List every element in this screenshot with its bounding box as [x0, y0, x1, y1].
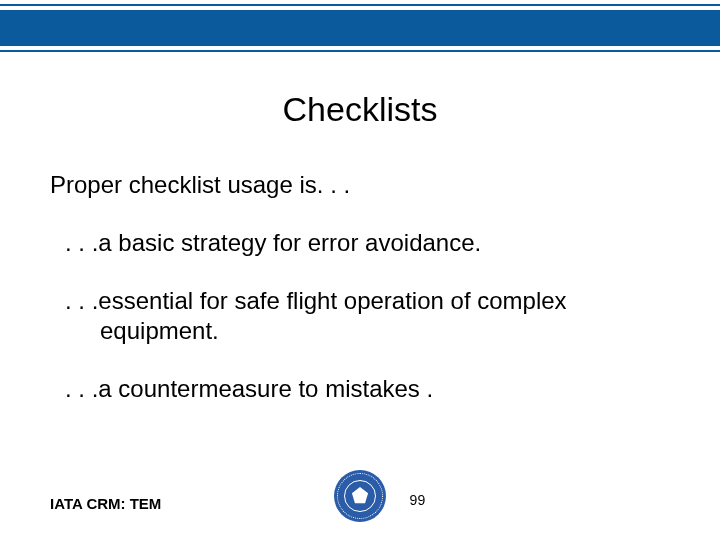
bullet-3: . . .a countermeasure to mistakes .: [50, 374, 660, 404]
footer-logo: [334, 470, 386, 522]
header-rule-top: [0, 4, 720, 6]
slide-footer: IATA CRM: TEM 99: [50, 466, 670, 522]
seal-glyph-icon: [351, 487, 369, 505]
footer-source: IATA CRM: TEM: [50, 495, 161, 512]
header-band: [0, 10, 720, 46]
bullet-2-line2: equipment.: [65, 316, 219, 346]
slide-title: Checklists: [0, 90, 720, 129]
bullet-1: . . .a basic strategy for error avoidanc…: [50, 228, 660, 258]
bullet-2: . . .essential for safe flight operation…: [50, 286, 660, 346]
iata-seal-icon: [334, 470, 386, 522]
header-rule-bottom: [0, 50, 720, 52]
page-number: 99: [410, 492, 426, 508]
bullet-2-line1: . . .essential for safe flight operation…: [65, 287, 567, 314]
lead-text: Proper checklist usage is. . .: [50, 170, 660, 200]
slide-body: Proper checklist usage is. . . . . .a ba…: [50, 170, 660, 432]
